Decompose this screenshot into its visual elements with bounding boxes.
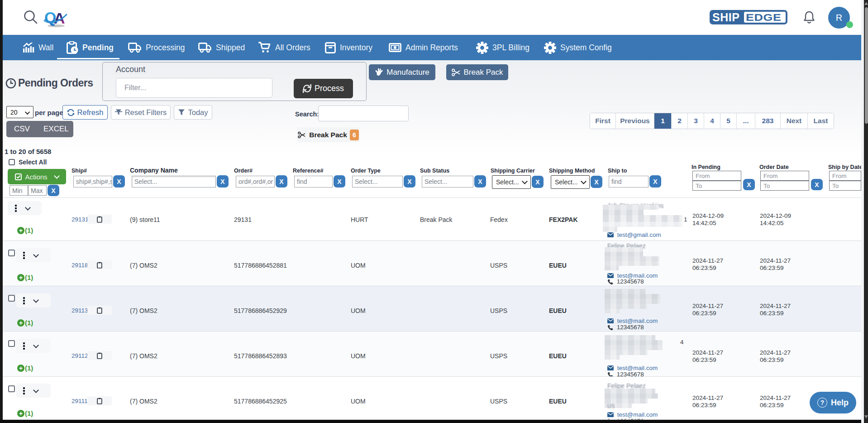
svg-text:EDGE: EDGE [746,12,781,23]
svg-text:SHIP: SHIP [712,11,739,24]
